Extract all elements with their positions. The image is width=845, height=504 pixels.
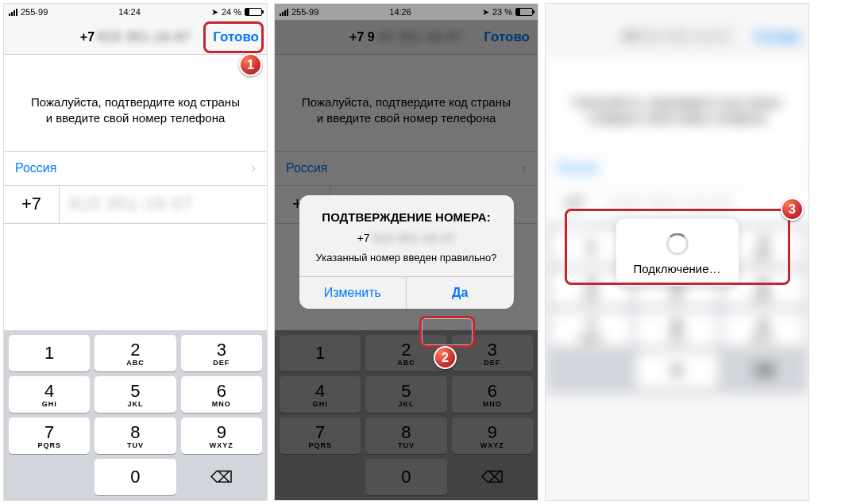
key-8[interactable]: 8TUV	[95, 417, 176, 454]
key-2[interactable]: 2ABC	[95, 335, 176, 371]
phone-number-input[interactable]: 910 351-16-07	[60, 194, 267, 214]
alert-title: ПОДТВЕРЖДЕНИЕ НОМЕРА:	[312, 210, 501, 225]
confirm-alert: ПОДТВЕРЖДЕНИЕ НОМЕРА: +7910 351-16-07 Ук…	[299, 195, 514, 308]
battery-pct: 24 %	[222, 7, 241, 17]
alert-number: +7910 351-16-07	[312, 232, 501, 244]
key-7[interactable]: 7PQRS	[550, 311, 631, 348]
country-code: +7	[4, 186, 60, 223]
key-0[interactable]: 0	[636, 352, 717, 389]
key-9[interactable]: 9WXYZ	[181, 417, 262, 454]
loading-box: Подключение…	[615, 218, 738, 286]
numeric-keypad: 12ABC3DEF4GHI5JKL6MNO7PQRS8TUV9WXYZ0⌫	[4, 330, 267, 500]
backspace-key[interactable]: ⌫	[723, 352, 804, 389]
key-6[interactable]: 6MNO	[181, 376, 262, 413]
key-0[interactable]: 0	[95, 459, 176, 495]
loading-text: Подключение…	[633, 261, 720, 275]
screen-1: 255-99 14:24 ➤ 24 % +7 910 351-16-07 Гот…	[3, 3, 268, 501]
key-9[interactable]: 9WXYZ	[723, 311, 804, 348]
key-7[interactable]: 7PQRS	[9, 417, 90, 454]
carrier-label: 255-99	[21, 7, 48, 17]
yes-button[interactable]: Да	[406, 277, 514, 309]
country-label: Россия	[15, 161, 56, 175]
screen-2: 255-99 14:26 ➤ 23 % +7 9 10 351-16-07 Го…	[274, 3, 538, 501]
done-button[interactable]: Готово	[213, 20, 259, 55]
signal-icon	[9, 9, 17, 16]
key-4[interactable]: 4GHI	[9, 376, 90, 413]
chevron-right-icon: ›	[251, 160, 256, 176]
change-button[interactable]: Изменить	[299, 277, 407, 309]
spinner-icon	[666, 233, 689, 255]
key-1[interactable]: 1	[9, 335, 90, 371]
key-3[interactable]: 3DEF	[181, 335, 262, 371]
key-8[interactable]: 8TUV	[636, 311, 717, 348]
location-icon: ➤	[211, 7, 218, 17]
backspace-key[interactable]: ⌫	[181, 459, 262, 495]
clock: 14:24	[118, 7, 141, 17]
nav-bar: +7 910 351-16-07 Готово	[4, 20, 267, 55]
phone-input-row[interactable]: +7 910 351-16-07	[4, 186, 267, 224]
modal-overlay: ПОДТВЕРЖДЕНИЕ НОМЕРА: +7910 351-16-07 Ук…	[275, 4, 538, 500]
alert-message: Указанный номер введен правильно?	[312, 251, 501, 265]
status-bar: 255-99 14:24 ➤ 24 %	[4, 4, 267, 20]
country-row[interactable]: Россия ›	[4, 151, 267, 186]
instruction-text: Пожалуйста, подтвердите код страны и вве…	[4, 55, 267, 151]
key-5[interactable]: 5JKL	[95, 376, 176, 413]
screen-3: +7910 351-16-07 Готово Пожалуйста, подтв…	[545, 3, 809, 501]
page-title: +7 910 351-16-07	[80, 30, 191, 44]
battery-icon	[245, 8, 262, 16]
